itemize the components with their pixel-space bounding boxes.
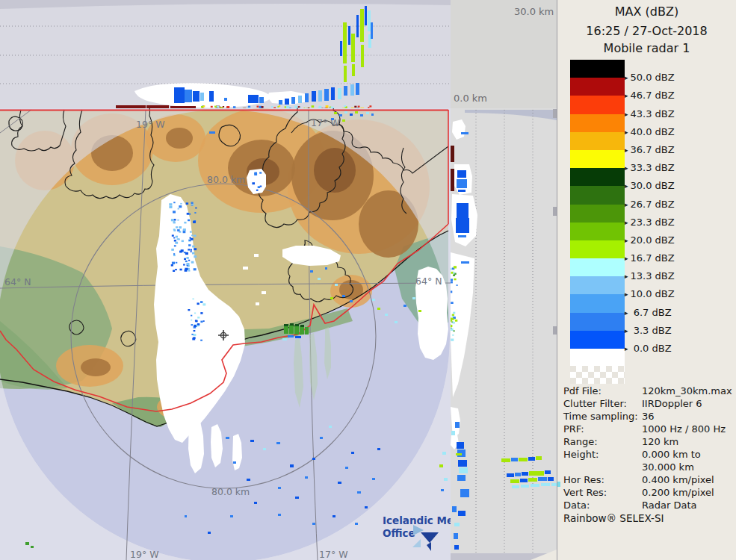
radar-map-view[interactable]: 19° W17° W64° N64° N80.0 km80.0 km19° W1… [0, 108, 451, 560]
echo-speckle [187, 213, 190, 215]
echo [284, 326, 288, 334]
echo [248, 95, 259, 103]
echo [233, 461, 236, 464]
metadata-label: Hor Res: [563, 474, 642, 485]
echo [368, 10, 371, 31]
top-height-profile-view[interactable] [0, 0, 451, 108]
legend-arrow-icon: ▸ [625, 309, 628, 317]
legend-arrow-icon: ▸ [625, 182, 628, 190]
echo-speckle [183, 264, 185, 266]
legend-arrow-icon: ▸ [625, 164, 628, 172]
echo [385, 314, 388, 316]
legend-arrow-icon: ▸ [625, 111, 628, 118]
metadata-value: 120 km [642, 436, 734, 447]
echo-speckle [194, 255, 197, 258]
echo-speckle [454, 330, 455, 332]
echo [31, 546, 34, 548]
echo-speckle [192, 252, 194, 255]
echo [342, 119, 345, 122]
echo [305, 476, 308, 479]
echo [520, 479, 528, 482]
legend-label-text: 6.7 dBZ [631, 307, 672, 318]
echo [318, 278, 321, 280]
echo [310, 270, 313, 273]
echo [538, 477, 547, 481]
echo-speckle [259, 172, 262, 173]
metadata-row: PRF:1000 Hz / 800 Hz [563, 423, 734, 435]
echo [300, 326, 304, 335]
metadata-row: Time sampling:36 [563, 411, 734, 422]
echo [371, 113, 374, 116]
metadata-label: Time sampling: [563, 411, 642, 422]
echo [511, 458, 518, 461]
echo-speckle [259, 182, 262, 184]
echo [25, 542, 29, 545]
echo-speckle [257, 106, 259, 108]
echo-speckle [451, 290, 452, 293]
echo [185, 90, 192, 102]
legend-label: ▸13.3 dBZ [625, 270, 675, 281]
legend-arrow-icon: ▸ [625, 255, 628, 262]
echo-speckle [171, 219, 174, 221]
echo-speckle [191, 251, 192, 252]
echo-speckle [286, 106, 288, 108]
echo [451, 431, 455, 435]
echo [305, 327, 309, 335]
echo-speckle [179, 205, 182, 208]
edge-tick-mark [557, 482, 560, 487]
legend-swatch [570, 132, 625, 150]
echo-speckle [179, 226, 182, 228]
legend-label-text: 30.0 dBZ [631, 180, 675, 191]
echo-speckle [172, 262, 175, 264]
legend-label-text: 13.3 dBZ [631, 270, 675, 281]
echo-speckle [354, 106, 356, 108]
echo-speckle [183, 231, 186, 233]
echo-speckle [175, 242, 178, 244]
echo-speckle [200, 321, 202, 323]
echo-speckle [191, 238, 194, 240]
echo-speckle [453, 312, 455, 314]
echo [209, 131, 215, 134]
echo [334, 112, 337, 114]
echo [295, 497, 299, 499]
legend-swatch-white [570, 349, 625, 366]
map-label-lon17_top: 17° W [311, 117, 340, 128]
echo [344, 111, 347, 113]
echo-speckle [200, 340, 202, 341]
echo [282, 338, 287, 340]
echo-speckle [200, 301, 202, 303]
legend-label-text: 40.0 dBZ [631, 126, 675, 137]
legend-swatch [570, 294, 625, 312]
legend-swatch [570, 223, 625, 240]
echo-speckle [194, 334, 197, 336]
metadata-value: 1000 Hz / 800 Hz [642, 423, 734, 435]
echo [284, 324, 288, 326]
legend-side-panel: MAX (dBZ) 16:25 / 27-Oct-2018 Mobile rad… [557, 0, 736, 560]
echo [528, 478, 537, 482]
echo [507, 473, 514, 477]
legend-label-text: 43.3 dBZ [631, 108, 675, 119]
echo [200, 93, 204, 101]
echo-speckle [188, 244, 191, 246]
imo-logo-text2: Office [383, 527, 415, 539]
right-profile-canvas [451, 108, 557, 560]
echo [357, 491, 361, 494]
legend-transparency-checker [570, 366, 625, 384]
legend-label-text: 23.3 dBZ [631, 217, 675, 228]
echo-speckle [262, 177, 265, 179]
legend-label: ▸20.0 dBZ [625, 234, 675, 246]
echo [512, 485, 519, 488]
metadata-label: Range: [563, 436, 642, 447]
legend-swatch [570, 331, 625, 349]
echo [243, 267, 248, 270]
echo [276, 442, 280, 444]
echo [528, 457, 535, 461]
echo-speckle [169, 203, 172, 205]
echo-speckle [455, 320, 457, 322]
legend-label: ▸30.0 dBZ [625, 180, 675, 191]
echo [290, 323, 294, 326]
legend-arrow-icon: ▸ [625, 273, 628, 280]
echo-speckle [203, 320, 205, 322]
echo [444, 478, 448, 481]
right-height-profile-view[interactable] [451, 108, 557, 560]
